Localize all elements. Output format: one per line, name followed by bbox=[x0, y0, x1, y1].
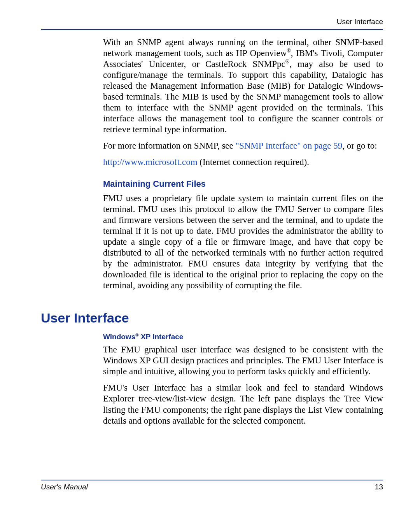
link-microsoft[interactable]: http://www.microsoft.com bbox=[103, 157, 198, 167]
registered-icon: ® bbox=[135, 333, 138, 337]
text: , or go to: bbox=[342, 141, 377, 151]
text: Windows bbox=[103, 333, 135, 341]
link-snmp-interface[interactable]: "SNMP Interface" on page 59 bbox=[236, 141, 343, 151]
heading-windows-xp: Windows® XP Interface bbox=[103, 333, 383, 341]
paragraph-tree-list-view: FMU's User Interface has a similar look … bbox=[103, 382, 383, 426]
body-column-2: Windows® XP Interface The FMU graphical … bbox=[103, 333, 383, 426]
footer-doc-title: User's Manual bbox=[41, 483, 88, 491]
registered-icon: ® bbox=[287, 48, 290, 54]
text: XP Interface bbox=[139, 333, 184, 341]
footer-rule bbox=[41, 480, 383, 480]
paragraph-gui-design: The FMU graphical user interface was des… bbox=[103, 344, 383, 377]
registered-icon: ® bbox=[285, 59, 289, 65]
paragraph-fmu-update: FMU uses a proprietary file update syste… bbox=[103, 193, 383, 291]
text: , may also be used to configure/manage t… bbox=[103, 59, 383, 134]
page: User Interface With an SNMP agent always… bbox=[0, 0, 420, 510]
paragraph-more-info: For more information on SNMP, see "SNMP … bbox=[103, 140, 383, 151]
running-head: User Interface bbox=[41, 18, 383, 29]
text: (Internet connection required). bbox=[198, 157, 309, 167]
text: For more information on SNMP, see bbox=[103, 141, 236, 151]
footer: User's Manual 13 bbox=[41, 480, 383, 491]
page-number: 13 bbox=[375, 483, 383, 491]
body-column: With an SNMP agent always running on the… bbox=[103, 37, 383, 291]
heading-user-interface: User Interface bbox=[41, 310, 383, 326]
paragraph-snmp-agent: With an SNMP agent always running on the… bbox=[103, 37, 383, 135]
heading-maintaining-files: Maintaining Current Files bbox=[103, 179, 383, 189]
section-user-interface: User Interface bbox=[41, 310, 383, 326]
paragraph-ms-link: http://www.microsoft.com (Internet conne… bbox=[103, 157, 383, 168]
header-rule bbox=[41, 29, 383, 30]
